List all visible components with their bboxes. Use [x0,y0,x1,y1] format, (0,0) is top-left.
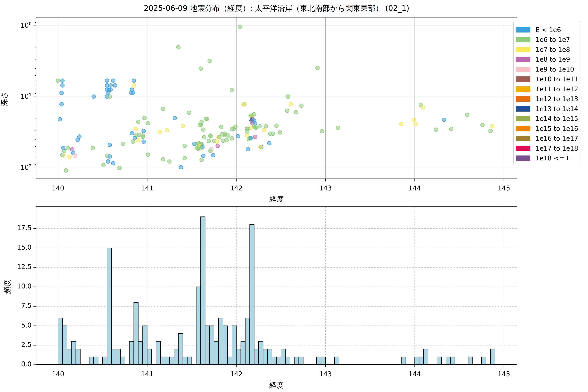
scatter-point [226,134,230,137]
scatter-point [242,102,245,106]
legend: E < 1e61e6 to 1e71e7 to 1e81e8 to 1e91e9… [513,21,580,165]
histogram-bar [415,357,419,365]
histogram-bar [281,349,285,365]
scatter-point [105,84,109,88]
histogram-bar [62,326,67,365]
scatter-point [118,166,121,170]
scatter-point [421,106,425,110]
scatter-point [289,102,293,106]
top-x-axis-label: 経度 [36,194,517,204]
scatter-point [173,116,177,120]
legend-item-1e10-to-1e11: 1e10 to 1e11 [516,74,580,84]
scatter-point [62,154,65,157]
scatter-point [73,154,77,158]
histogram-bar [218,318,223,365]
scatter-point [246,127,250,130]
histogram-bar [187,357,192,365]
legend-item-1e15-to-1e16: 1e15 to 1e16 [516,124,580,134]
legend-label: 1e9 to 1e10 [536,66,574,73]
scatter-point [161,107,165,110]
scatter-point [58,118,62,121]
scatter-point [137,133,141,137]
scatter-point [202,154,205,158]
histogram-bar [147,349,152,365]
scatter-point [285,109,289,113]
scatter-point [92,95,96,98]
scatter-point [466,113,469,116]
scatter-point [70,148,74,151]
scatter-point [300,104,303,108]
histogram-bar [437,357,442,365]
scatter-point [449,127,453,131]
histogram-bar [94,357,98,365]
histogram-bar [174,349,178,365]
legend-swatch-icon [516,116,530,121]
top-y-tick-label: 100 [0,22,32,29]
scatter-point [230,136,234,140]
legend-swatch-icon [516,27,530,32]
scatter-point [199,123,202,127]
histogram-bar [227,357,232,365]
scatter-point [211,153,215,157]
scatter-point [136,120,140,124]
legend-swatch-icon [516,156,530,161]
scatter-point [262,128,266,132]
scatter-point [187,111,191,115]
histogram-bar [236,349,241,365]
scatter-point [132,84,136,88]
scatter-point [264,124,268,128]
histogram-bar [285,357,290,365]
scatter-point [253,135,257,139]
legend-item-1e6-to-1e7: 1e6 to 1e7 [516,35,580,45]
histogram-bar [263,349,268,365]
scatter-point [109,88,112,92]
scatter-point [202,128,205,132]
scatter-point [490,124,494,128]
histogram-bar [254,349,258,365]
scatter-point [106,91,110,95]
legend-item-1e18-e: 1e18 <= E [516,153,580,163]
scatter-point [60,102,63,106]
scatter-point [268,142,271,145]
histogram-bar [138,341,142,365]
scatter-point [78,135,81,138]
legend-label: 1e16 to 1e17 [536,135,578,142]
histogram-bar [67,349,72,365]
scatter-point [230,88,234,92]
scatter-point [181,124,185,128]
scatter-point [278,131,282,134]
histogram-bar [58,318,62,365]
scatter-point [286,95,290,98]
histogram-bar [76,349,80,365]
histogram-bar [89,357,94,365]
histogram-bar [424,349,428,365]
scatter-point [320,129,324,133]
scatter-point [91,146,94,150]
scatter-point [146,121,150,125]
scatter-point [62,146,65,150]
scatter-point [105,79,109,82]
histogram-bar [276,357,281,365]
bottom-y-tick-label: 2.5 [0,341,32,348]
scatter-point [215,140,218,144]
histogram-bar [223,326,227,365]
scatter-point [102,163,105,167]
legend-swatch-icon [516,86,530,92]
legend-item-1e11-to-1e12: 1e11 to 1e12 [516,84,580,94]
scatter-point [142,116,146,120]
scatter-point [56,79,60,82]
scatter-point [142,140,146,144]
scatter-point [219,125,223,129]
bottom-y-tick-label: 10.0 [0,282,32,290]
scatter-point [179,165,183,169]
histogram-bar [196,287,200,365]
scatter-point [249,136,252,140]
scatter-point [108,155,112,158]
scatter-point [271,132,275,136]
bottom-y-tick-label: 12.5 [0,263,32,270]
scatter-point [199,146,202,150]
bottom-y-tick-label: 5.0 [0,322,32,329]
histogram-bar [334,357,339,365]
legend-swatch-icon [516,106,530,112]
bottom-x-tick-label: 140 [37,370,79,378]
